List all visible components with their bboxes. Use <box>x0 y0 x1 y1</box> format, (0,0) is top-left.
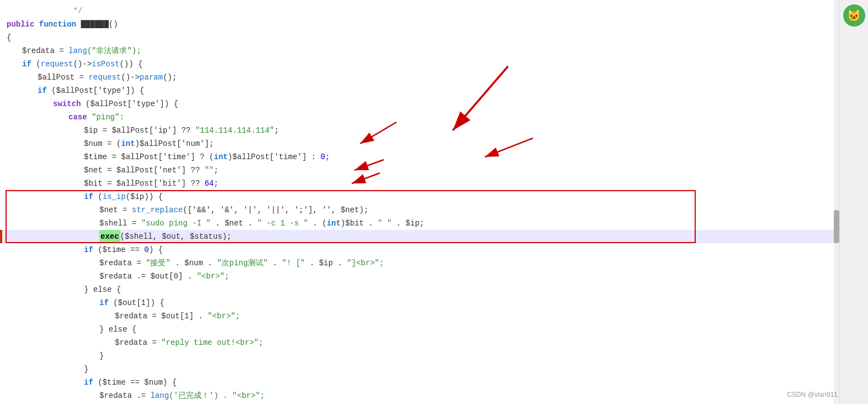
token: param <box>140 71 163 84</box>
token: function <box>39 18 81 31</box>
token: "<br>"; <box>232 389 265 402</box>
token: " " <box>378 217 391 230</box>
token: . <box>194 309 208 323</box>
code-line-19: if ($time == 0) { <box>0 243 839 256</box>
token: str_replace <box>132 203 183 217</box>
token: ()-> <box>73 57 92 71</box>
token: $allPost['net'] <box>117 164 186 177</box>
token: request <box>41 57 73 71</box>
token: . <box>183 270 197 283</box>
token: = <box>103 177 117 190</box>
scrollbar-track[interactable] <box>834 0 839 404</box>
code-line-14: $bit = $allPost['bit'] ?? 64; <box>0 177 839 190</box>
code-line-16: $net = str_replace(['&&', '&', '|', '||'… <box>0 203 839 217</box>
token: = <box>55 44 68 57</box>
code-line-26: $redata = "reply time out!<br>"; <box>0 336 839 349</box>
code-container: */public function ██████(){$redata = lan… <box>0 0 839 404</box>
token: ?? <box>186 164 205 177</box>
token: $bit <box>84 177 103 190</box>
token: (['&&', '&', '|', '||', ';'], '', $net); <box>183 203 368 217</box>
token: )$allPost['num']; <box>135 137 214 150</box>
token: ; <box>325 150 330 164</box>
token: if <box>38 84 47 97</box>
token: ) { <box>149 243 163 256</box>
token: if <box>84 376 93 389</box>
token: int <box>121 137 135 150</box>
code-line-3: { <box>0 31 839 44</box>
token: isPost <box>92 57 119 71</box>
token: = <box>75 71 88 84</box>
token: "<br>"; <box>197 270 229 283</box>
token: lang <box>150 389 169 402</box>
token: request <box>88 71 121 84</box>
token: "次ping测试" <box>217 256 268 270</box>
code-line-23: if ($out[1]) { <box>0 296 839 309</box>
token: if <box>99 296 109 309</box>
token: = <box>107 150 121 164</box>
token: int <box>327 217 341 230</box>
token: } else { <box>99 323 136 336</box>
left-border-mark <box>0 230 2 243</box>
token: ($ip)) { <box>126 190 163 203</box>
token: = <box>118 203 132 217</box>
code-line-21: $redata .= $out[0] . "<br>"; <box>0 270 839 283</box>
token: int <box>214 150 227 164</box>
token: ($shell, $out, $status); <box>120 230 232 243</box>
token: ?? <box>177 124 195 137</box>
token: "sudo ping -I " <box>141 217 211 230</box>
token: 0 <box>144 243 149 256</box>
token: } <box>84 363 88 376</box>
code-line-17: $shell = "sudo ping -I " . $net . " -c 1… <box>0 217 839 230</box>
token: . $net . <box>211 217 257 230</box>
token: ( <box>93 190 103 203</box>
token: ($allPost['type']) { <box>47 84 144 97</box>
token: = <box>132 256 146 270</box>
token: switch <box>53 97 81 111</box>
token: lang <box>68 44 87 57</box>
token: is_ip <box>103 190 126 203</box>
token: "! [" <box>282 256 305 270</box>
token: $allPost['time'] <box>121 150 195 164</box>
token: " -c 1 -s " <box>257 217 308 230</box>
token: = <box>147 336 161 349</box>
code-line-6: $allPost = request()->param(); <box>0 71 839 84</box>
avatar: 🐱 <box>843 4 865 27</box>
token: $out[0] <box>150 270 183 283</box>
code-block: */public function ██████(){$redata = lan… <box>0 0 839 404</box>
token: "114.114.114.114" <box>195 124 274 137</box>
token: $redata <box>99 270 132 283</box>
token: ██████ <box>81 18 108 31</box>
sidebar: 🐱 <box>839 0 868 404</box>
token: $out[1] <box>161 309 194 323</box>
token: $redata <box>99 256 132 270</box>
token: ( <box>31 57 41 71</box>
token: ('已完成！') . <box>169 389 232 402</box>
token: ()-> <box>121 71 140 84</box>
code-line-12: $time = $allPost['time'] ? (int)$allPost… <box>0 150 839 164</box>
code-line-30: $redata .= lang('已完成！') . "<br>"; <box>0 389 839 402</box>
code-line-1: */ <box>0 4 839 18</box>
code-line-24: $redata = $out[1] . "<br>"; <box>0 309 839 323</box>
token: 0 <box>321 150 325 164</box>
token: "ping": <box>87 111 124 124</box>
token: = <box>147 309 161 323</box>
token: case <box>68 111 87 124</box>
code-line-27: } <box>0 349 839 363</box>
token: = ( <box>103 137 121 150</box>
csdn-label: CSDN @vlan911 <box>787 391 838 398</box>
token: )$bit . <box>341 217 378 230</box>
token: ?? <box>186 177 205 190</box>
token: */ <box>68 4 82 18</box>
code-line-20: $redata = "接受" . $num . "次ping测试" . "! [… <box>0 256 839 270</box>
token: if <box>22 57 31 71</box>
token: "接受" <box>146 256 171 270</box>
token: $redata <box>22 44 55 57</box>
token: ($time == <box>93 243 144 256</box>
token: = <box>103 164 117 177</box>
token: .= <box>132 389 151 402</box>
token: "reply time out!<br>"; <box>161 336 263 349</box>
token: $allPost['ip'] <box>112 124 177 137</box>
token: = <box>127 217 141 230</box>
scrollbar-thumb[interactable] <box>834 210 839 243</box>
token: $ip <box>84 124 98 137</box>
